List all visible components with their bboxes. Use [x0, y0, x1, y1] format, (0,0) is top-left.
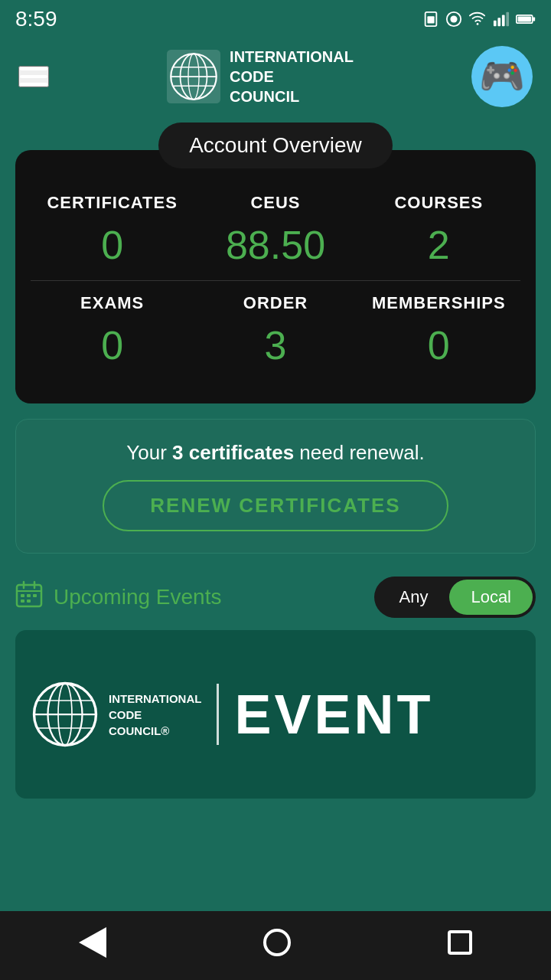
account-overview-card: CERTIFICATES 0 CEUs 88.50 COURSES 2 EXAM… [15, 150, 536, 403]
event-org-line3: COUNCIL® [109, 723, 201, 739]
event-card[interactable]: INTERNATIONAL CODE COUNCIL® EVENT [15, 630, 536, 799]
stat-memberships[interactable]: MEMBERSHIPS 0 [357, 281, 520, 381]
avatar[interactable]: 🎮 [471, 46, 533, 107]
svg-rect-26 [21, 599, 24, 603]
event-filter-toggle: Any Local [374, 577, 536, 618]
filter-any-button[interactable]: Any [377, 580, 449, 615]
status-time: 8:59 [15, 7, 57, 31]
status-bar: 8:59 [0, 0, 551, 38]
stats-top-row: CERTIFICATES 0 CEUs 88.50 COURSES 2 [31, 181, 520, 280]
back-icon [79, 927, 106, 958]
stat-order[interactable]: ORDER 3 [194, 281, 357, 381]
stat-order-value: 3 [265, 322, 287, 368]
stat-ceus[interactable]: CEUs 88.50 [194, 181, 357, 280]
stat-ceus-label: CEUs [250, 193, 300, 213]
recent-icon [448, 930, 472, 955]
calendar-icon [15, 580, 43, 615]
header: INTERNATIONAL CODE COUNCIL 🎮 [0, 38, 551, 115]
sim-icon [422, 11, 439, 28]
stat-certificates-value: 0 [101, 222, 123, 268]
nav-back-button[interactable] [79, 927, 106, 958]
renewal-banner: Your 3 certificates need renewal. RENEW … [15, 419, 536, 554]
stat-exams-label: EXAMS [80, 293, 144, 313]
event-icc-logo: INTERNATIONAL CODE COUNCIL® [31, 680, 201, 749]
menu-button[interactable] [18, 66, 49, 87]
stat-certificates[interactable]: CERTIFICATES 0 [31, 181, 194, 280]
stat-ceus-value: 88.50 [226, 222, 325, 268]
stat-courses[interactable]: COURSES 2 [357, 181, 520, 280]
icc-logo-globe [167, 50, 220, 103]
stat-exams[interactable]: EXAMS 0 [31, 281, 194, 381]
nav-home-button[interactable] [263, 929, 291, 956]
events-title-text: Upcoming Events [54, 585, 221, 609]
battery-icon [516, 12, 536, 26]
logo-container: INTERNATIONAL CODE COUNCIL [167, 47, 354, 106]
stat-courses-label: COURSES [394, 193, 483, 213]
renewal-message: Your 3 certificates need renewal. [126, 441, 424, 465]
account-overview-section: Account Overview CERTIFICATES 0 CEUs 88.… [0, 122, 551, 403]
svg-rect-8 [506, 12, 509, 26]
svg-rect-7 [502, 15, 505, 27]
logo-text: INTERNATIONAL CODE COUNCIL [230, 47, 354, 106]
svg-point-3 [450, 15, 457, 22]
events-section: Upcoming Events Any Local INTERNATIONAL [0, 569, 551, 814]
nav-bar [0, 911, 551, 980]
account-overview-label-wrapper: Account Overview [15, 122, 536, 168]
stat-memberships-value: 0 [428, 322, 450, 368]
event-org-line1: INTERNATIONAL [109, 691, 201, 707]
status-icons [422, 11, 536, 28]
events-title-group: Upcoming Events [15, 580, 221, 615]
renew-certificates-button[interactable]: RENEW CERTIFICATES [103, 480, 448, 531]
wifi-icon [468, 11, 487, 28]
stat-certificates-label: CERTIFICATES [47, 193, 177, 213]
stat-courses-value: 2 [428, 222, 450, 268]
stat-memberships-label: MEMBERSHIPS [372, 293, 506, 313]
svg-rect-1 [427, 16, 434, 23]
svg-rect-23 [21, 594, 24, 597]
svg-rect-11 [533, 17, 535, 21]
event-card-content: INTERNATIONAL CODE COUNCIL® EVENT [15, 630, 536, 799]
notification-icon [445, 11, 462, 28]
event-logo-globe [31, 680, 99, 749]
account-overview-badge: Account Overview [158, 122, 393, 168]
nav-recent-button[interactable] [448, 930, 472, 955]
stats-bottom-row: EXAMS 0 ORDER 3 MEMBERSHIPS 0 [31, 281, 520, 381]
home-icon [263, 929, 291, 956]
svg-rect-25 [33, 594, 37, 597]
filter-local-button[interactable]: Local [449, 580, 533, 615]
svg-rect-27 [27, 599, 31, 603]
event-label: EVENT [234, 683, 433, 746]
event-org-line2: CODE [109, 707, 201, 723]
svg-rect-6 [497, 18, 500, 26]
stat-order-label: ORDER [243, 293, 308, 313]
events-header: Upcoming Events Any Local [15, 577, 536, 618]
signal-icon [493, 11, 510, 28]
svg-rect-5 [494, 21, 497, 26]
event-card-divider [217, 684, 219, 745]
renewal-highlight: 3 certificates [172, 441, 294, 464]
svg-rect-10 [518, 17, 531, 22]
stat-exams-value: 0 [101, 322, 123, 368]
svg-rect-24 [27, 594, 31, 597]
svg-point-4 [477, 23, 479, 25]
